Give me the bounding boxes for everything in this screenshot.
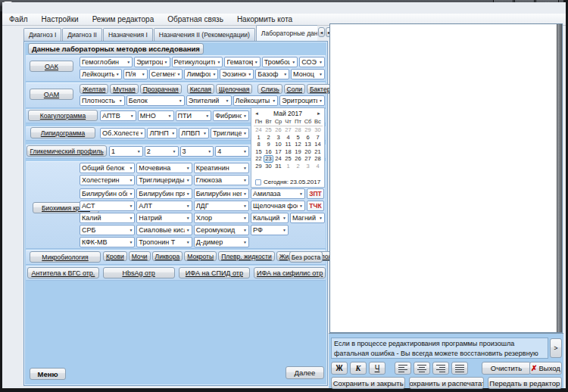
calendar-day[interactable]: 27 [303, 155, 313, 163]
calendar-today-label[interactable]: Сегодня: 23.05.2017 [264, 179, 320, 185]
biochem-r2-dropdown-0[interactable]: Холестерин▼ [80, 175, 135, 185]
coag-dropdown-3[interactable]: Фибриноген▼ [213, 110, 249, 121]
oam-color-button-2[interactable]: Прозрачная [140, 84, 182, 94]
lipid-dropdown-2[interactable]: ЛПВП▼ [179, 128, 209, 138]
biochem-r6-dropdown-0[interactable]: СРБ▼ [80, 225, 135, 235]
oam-dropdown-0[interactable]: Плотность▼ [80, 95, 125, 106]
oam-reaction-button-0[interactable]: Кислая [187, 84, 214, 94]
glyc-dropdown-3[interactable]: 4▼ [215, 146, 249, 157]
coag-dropdown-1[interactable]: МНО▼ [138, 110, 174, 121]
to-editor-button[interactable]: Передать в редактор [488, 377, 562, 389]
biochem-r3-dropdown-1[interactable]: Билирубин прямой▼ [136, 188, 192, 199]
biochem-r5-dropdown-1[interactable]: Натрий▼ [136, 213, 192, 223]
menu-item-4[interactable]: Накормить кота [230, 14, 299, 25]
menu-item-3[interactable]: Обратная связь [161, 14, 230, 25]
biochem-r3-dropdown-2[interactable]: Билирубин непр▼ [194, 188, 249, 199]
calendar-day[interactable]: 8 [254, 141, 264, 148]
oak-section-button[interactable]: ОАК [30, 61, 73, 72]
serology-button-3[interactable]: ИФА на сифилис отр [254, 267, 326, 278]
tab-1[interactable]: Диагноз II [62, 28, 102, 41]
calendar-day[interactable]: 30 [264, 163, 273, 170]
oam-dropdown-1[interactable]: Белок▼ [126, 95, 185, 106]
calendar-day[interactable]: 5 [293, 134, 303, 142]
biochem-r6-dropdown-1[interactable]: Сиаловые кислоты▼ [136, 225, 192, 235]
tab-0[interactable]: Диагноз I [23, 28, 61, 41]
calendar-day[interactable]: 9 [264, 141, 273, 148]
align-right-button[interactable] [432, 362, 449, 375]
micro-button-1[interactable]: Мочи [129, 251, 151, 261]
calendar-day[interactable]: 24 [254, 126, 264, 134]
align-center-button[interactable] [414, 362, 430, 375]
calendar-day[interactable]: 27 [283, 126, 293, 134]
micro-button-4[interactable]: Плевр. жидкости [218, 251, 275, 261]
micro-button-3[interactable]: Мокроты [184, 251, 217, 261]
oak-row1-dropdown-5[interactable]: СОЭ▼ [299, 57, 325, 67]
lipid-section-button[interactable]: Липидограмма [30, 127, 95, 138]
calendar-day[interactable]: 11 [283, 141, 293, 148]
oak-row1-dropdown-1[interactable]: Эритроциты▼ [134, 57, 170, 67]
micro-section-button[interactable]: Микробиология [30, 251, 101, 263]
save-print-button[interactable]: Сохранить и распечатать [409, 377, 483, 389]
micro-button-2[interactable]: Ликвора [152, 251, 183, 261]
calendar-day[interactable]: 22 [254, 155, 264, 163]
calendar-day[interactable]: 15 [254, 148, 264, 156]
calendar-day[interactable]: 29 [303, 126, 313, 134]
align-left-button[interactable] [395, 362, 411, 375]
coag-dropdown-2[interactable]: ПТИ▼ [176, 110, 212, 121]
calendar-day[interactable]: 3 [303, 163, 313, 170]
oak-row2-dropdown-2[interactable]: Сегментояд▼ [149, 69, 183, 79]
oam-reaction-button-1[interactable]: Щелочная [216, 84, 252, 94]
serology-button-0[interactable]: Антитела к ВГС отр. [27, 267, 99, 278]
coag-section-button[interactable]: Коагулограмма [28, 110, 98, 121]
biochem-r2-dropdown-2[interactable]: Глюкоза▼ [194, 175, 249, 185]
calendar-day[interactable]: 10 [273, 141, 283, 148]
calendar-day[interactable]: 2 [264, 134, 273, 142]
biochem-r7-dropdown-1[interactable]: Тропонин Т▼ [136, 237, 192, 247]
zpt-button[interactable]: ЗПТ [307, 188, 324, 199]
calendar-day[interactable]: 25 [264, 126, 273, 134]
oak-row2-dropdown-4[interactable]: Эозиноф▼ [220, 69, 254, 79]
oam-color-button-1[interactable]: Мутная [110, 84, 138, 94]
biochem-r4-dropdown-1[interactable]: АЛТ▼ [136, 201, 192, 211]
oak-row2-dropdown-3[interactable]: Лимфоц▼ [184, 69, 218, 79]
biochem-r3-dropdown-0[interactable]: Билирубин общий▼ [80, 188, 135, 199]
calendar-day[interactable]: 4 [313, 163, 323, 170]
calendar-day[interactable]: 2 [293, 163, 303, 170]
tchk-button[interactable]: ТЧК [307, 201, 324, 211]
menu-item-1[interactable]: Настройки [35, 14, 86, 25]
serology-button-2[interactable]: ИФА на СПИД отр [179, 267, 251, 278]
glyc-dropdown-0[interactable]: 1▼ [109, 146, 143, 157]
save-close-button[interactable]: Сохранить и закрыть [331, 377, 405, 389]
calendar-today-checkbox[interactable] [255, 179, 261, 185]
calendar-day[interactable]: 16 [264, 148, 273, 156]
expand-info-button[interactable]: > [550, 338, 562, 358]
oak-row2-dropdown-1[interactable]: П/я▼ [123, 69, 148, 79]
align-justify-button[interactable] [451, 362, 468, 375]
oam-section-button[interactable]: ОАМ [30, 89, 73, 100]
oam-sediment-button-0[interactable]: Слизь [257, 84, 282, 94]
biochem-r1-dropdown-1[interactable]: Мочевина▼ [136, 163, 192, 173]
calendar-next-button[interactable]: ► [315, 111, 323, 116]
calendar-day[interactable]: 28 [313, 155, 323, 163]
calendar-day[interactable]: 4 [283, 134, 293, 142]
calendar-day[interactable]: 24 [273, 155, 283, 163]
calendar-day[interactable]: 1 [283, 163, 293, 170]
clear-button[interactable]: Очистить [482, 362, 531, 375]
calendar-day[interactable]: 18 [283, 148, 293, 156]
no-growth-button[interactable]: Без роста [289, 251, 323, 263]
calendar-day[interactable]: 28 [293, 126, 303, 134]
glyc-dropdown-1[interactable]: 2▼ [145, 146, 179, 157]
calendar-day[interactable]: 30 [313, 126, 323, 134]
oam-dropdown-4[interactable]: Эритроциты▼ [279, 95, 325, 106]
oak-row2-dropdown-6[interactable]: Моноц▼ [291, 69, 325, 79]
italic-button[interactable]: К [350, 362, 367, 375]
oak-row2-dropdown-5[interactable]: Базоф▼ [255, 69, 289, 79]
calendar-day[interactable]: 3 [273, 134, 283, 142]
calendar-day[interactable]: 17 [273, 148, 283, 156]
menu-item-0[interactable]: Файл [2, 14, 35, 25]
calendar-day[interactable]: 25 [283, 155, 293, 163]
calendar-day[interactable]: 26 [293, 155, 303, 163]
serology-button-1[interactable]: HbsAg отр [103, 267, 175, 278]
lipid-dropdown-0[interactable]: Об.Холестерин▼ [100, 128, 145, 138]
lipid-dropdown-3[interactable]: Триглицериды▼ [211, 128, 249, 138]
